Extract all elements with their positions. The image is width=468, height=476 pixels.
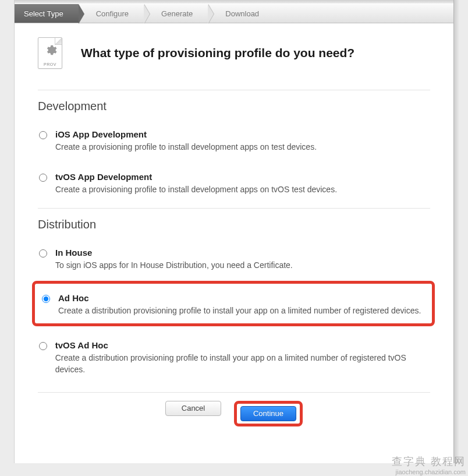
footer-divider bbox=[38, 392, 430, 393]
cancel-button[interactable]: Cancel bbox=[165, 401, 221, 416]
provisioning-profile-icon: PROV bbox=[38, 37, 67, 69]
option-desc: Create a provisioning profile to install… bbox=[55, 184, 337, 196]
option-ios-app-development[interactable]: iOS App Development Create a provisionin… bbox=[38, 124, 430, 166]
option-label: tvOS Ad Hoc bbox=[55, 340, 430, 350]
option-label: In House bbox=[55, 248, 293, 258]
breadcrumb-step-download[interactable]: Download bbox=[208, 4, 274, 23]
option-desc: Create a distribution provisioning profi… bbox=[58, 305, 421, 317]
breadcrumb-step-label: Download bbox=[225, 9, 259, 18]
breadcrumb-step-generate[interactable]: Generate bbox=[144, 4, 208, 23]
breadcrumb: Select Type Configure Generate Download bbox=[15, 3, 453, 23]
continue-button[interactable]: Continue bbox=[240, 406, 296, 421]
footer-buttons: Cancel Continue bbox=[38, 401, 430, 438]
provisioning-profile-icon-label: PROV bbox=[38, 62, 62, 66]
radio-tvos-app-development[interactable] bbox=[39, 174, 47, 182]
radio-tvos-ad-hoc[interactable] bbox=[39, 342, 47, 350]
radio-ios-app-development[interactable] bbox=[39, 131, 47, 139]
option-ad-hoc[interactable]: Ad Hoc Create a distribution provisionin… bbox=[41, 287, 427, 319]
breadcrumb-step-configure[interactable]: Configure bbox=[79, 4, 144, 23]
option-desc: To sign iOS apps for In House Distributi… bbox=[55, 260, 293, 272]
breadcrumb-step-select-type[interactable]: Select Type bbox=[15, 4, 79, 23]
option-tvos-app-development[interactable]: tvOS App Development Create a provisioni… bbox=[38, 166, 430, 209]
gear-icon bbox=[44, 44, 57, 57]
breadcrumb-step-label: Select Type bbox=[24, 9, 63, 18]
highlight-ad-hoc: Ad Hoc Create a distribution provisionin… bbox=[32, 281, 435, 327]
right-drop-shadow bbox=[453, 0, 459, 463]
content-area: PROV What type of provisioning profile d… bbox=[15, 23, 453, 438]
page-heading-row: PROV What type of provisioning profile d… bbox=[38, 37, 430, 90]
watermark-line2: jiaocheng.chazidian.com bbox=[392, 468, 466, 476]
breadcrumb-step-label: Configure bbox=[96, 9, 129, 18]
option-label: Ad Hoc bbox=[58, 293, 421, 303]
option-tvos-ad-hoc[interactable]: tvOS Ad Hoc Create a distribution provis… bbox=[38, 334, 430, 388]
section-title-development: Development bbox=[38, 90, 430, 124]
option-label: tvOS App Development bbox=[55, 172, 337, 182]
option-label: iOS App Development bbox=[55, 129, 317, 139]
highlight-continue: Continue bbox=[234, 401, 303, 426]
radio-in-house[interactable] bbox=[39, 249, 47, 258]
option-desc: Create a distribution provisioning profi… bbox=[55, 352, 430, 375]
breadcrumb-step-label: Generate bbox=[161, 9, 193, 18]
page-title: What type of provisioning profile do you… bbox=[81, 46, 354, 60]
radio-ad-hoc[interactable] bbox=[42, 295, 50, 303]
section-title-distribution: Distribution bbox=[38, 208, 430, 242]
option-desc: Create a provisioning profile to install… bbox=[55, 142, 317, 153]
page-container: Select Type Configure Generate Download … bbox=[14, 0, 454, 463]
option-in-house[interactable]: In House To sign iOS apps for In House D… bbox=[38, 242, 430, 284]
